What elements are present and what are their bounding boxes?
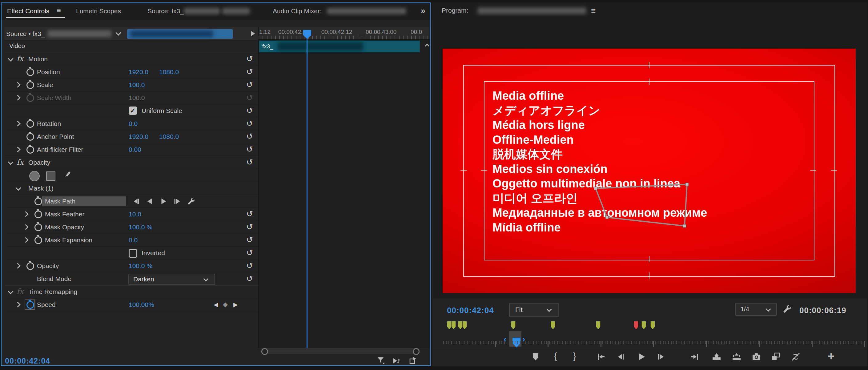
track-mask-backward-icon[interactable]	[146, 197, 154, 206]
reset-parameter-icon[interactable]: ↺	[246, 261, 253, 270]
reset-parameter-icon[interactable]: ↺	[246, 68, 253, 76]
ec-timeline-toggle-icon[interactable]	[251, 31, 255, 36]
ec-timecode[interactable]: 00:00:42:04	[5, 357, 50, 365]
sequence-marker-green[interactable]	[462, 321, 467, 330]
export-frame-button[interactable]	[752, 352, 761, 361]
twirl-right-icon[interactable]	[23, 211, 28, 217]
stopwatch-icon[interactable]	[34, 223, 42, 231]
lift-button[interactable]	[712, 352, 721, 361]
param-value[interactable]: 0.0	[129, 237, 137, 244]
twirl-down-icon[interactable]	[8, 159, 13, 165]
sequence-marker-green[interactable]	[650, 321, 655, 330]
sequence-marker-green[interactable]	[510, 321, 516, 330]
param-value[interactable]: 1920.0	[129, 133, 148, 141]
twirl-right-icon[interactable]	[15, 95, 20, 100]
ec-section-video[interactable]: Video	[9, 42, 25, 50]
tab-program[interactable]: Program:	[442, 7, 468, 14]
param-value[interactable]: 100.0	[129, 94, 145, 101]
button-editor-button[interactable]: +	[828, 350, 834, 363]
zoom-level-select[interactable]: Fit	[509, 303, 559, 317]
param-value[interactable]: 100.0 %	[129, 262, 152, 270]
reset-parameter-icon[interactable]: ↺	[246, 223, 253, 231]
program-panel-menu-icon[interactable]: ≡	[591, 6, 596, 16]
twirl-right-icon[interactable]	[23, 224, 28, 229]
twirl-right-icon[interactable]	[15, 263, 20, 269]
reset-parameter-icon[interactable]: ↺	[246, 145, 253, 153]
panel-menu-icon[interactable]: ≡	[57, 6, 61, 15]
next-keyframe-icon[interactable]: ▶	[233, 301, 238, 308]
panel-overflow-icon[interactable]: »	[421, 6, 425, 16]
twirl-down-icon[interactable]	[8, 288, 13, 294]
mask-tracking-settings-icon[interactable]	[187, 197, 195, 206]
multi-camera-button[interactable]	[791, 352, 800, 361]
program-timecode[interactable]: 00:00:42:04	[447, 306, 494, 315]
stopwatch-icon[interactable]	[27, 133, 34, 141]
sequence-marker-green[interactable]	[596, 321, 601, 330]
track-mask-back-frame-icon[interactable]	[132, 197, 141, 206]
add-marker-button[interactable]	[531, 352, 540, 361]
param-value[interactable]: 100.0 %	[129, 223, 152, 231]
twirl-right-icon[interactable]	[15, 121, 20, 126]
stopwatch-icon[interactable]	[34, 211, 42, 218]
track-mask-forward-frame-icon[interactable]	[173, 197, 181, 206]
settings-wrench-icon[interactable]	[782, 304, 792, 314]
twirl-right-icon[interactable]	[15, 302, 20, 307]
mark-in-button[interactable]: {	[554, 351, 557, 361]
param-value[interactable]: 100.00%	[129, 301, 154, 308]
stopwatch-icon[interactable]	[34, 197, 42, 205]
checkbox-checked[interactable]: ✓	[129, 106, 137, 115]
sequence-marker-red[interactable]	[633, 321, 639, 330]
stopwatch-icon[interactable]	[27, 146, 34, 154]
blend-mode-select[interactable]: Darken	[128, 274, 215, 285]
reset-parameter-icon[interactable]: ↺	[246, 94, 253, 101]
tab-effect-controls[interactable]: Effect Controls	[7, 7, 49, 15]
stopwatch-icon[interactable]	[27, 94, 34, 102]
mark-out-button[interactable]: }	[573, 351, 576, 361]
stopwatch-icon[interactable]	[34, 237, 42, 244]
ec-zoom-scrollbar[interactable]	[260, 348, 420, 354]
reset-parameter-icon[interactable]: ↺	[246, 158, 253, 166]
sequence-marker-green[interactable]	[451, 321, 456, 330]
ellipse-mask-tool-icon[interactable]	[29, 171, 40, 181]
reset-parameter-icon[interactable]: ↺	[246, 275, 253, 283]
ec-ruler-bg[interactable]: 1:1200:00:42:0000:00:42:1200:00:43:0000:…	[258, 27, 431, 40]
twirl-right-icon[interactable]	[15, 82, 20, 87]
ec-clip-bar[interactable]: fx3_	[259, 41, 420, 52]
step-back-button[interactable]	[616, 352, 625, 361]
reset-parameter-icon[interactable]: ↺	[246, 132, 253, 141]
playback-resolution-select[interactable]: 1/4	[735, 303, 777, 316]
ec-vertical-divider[interactable]	[258, 27, 258, 348]
param-value[interactable]: 1080.0	[159, 68, 179, 76]
ec-playhead-icon[interactable]	[303, 30, 311, 39]
ec-playhead-line[interactable]	[307, 39, 308, 348]
filter-properties-icon[interactable]	[377, 357, 385, 365]
add-keyframe-icon[interactable]: ◆	[223, 301, 228, 308]
reset-parameter-icon[interactable]: ↺	[246, 236, 253, 244]
param-value[interactable]: 100.0	[129, 81, 145, 89]
stopwatch-icon[interactable]	[27, 81, 34, 89]
step-forward-button[interactable]	[656, 352, 665, 361]
tab-lumetri-scopes[interactable]: Lumetri Scopes	[76, 7, 121, 15]
stopwatch-icon[interactable]	[27, 262, 34, 270]
reset-parameter-icon[interactable]: ↺	[246, 55, 253, 63]
rectangle-mask-tool-icon[interactable]	[46, 172, 55, 181]
go-to-out-button[interactable]	[690, 352, 699, 361]
tab-audio-clip-mixer[interactable]: Audio Clip Mixer:	[273, 7, 322, 15]
sequence-marker-green[interactable]	[550, 321, 556, 330]
ec-selected-clip[interactable]	[127, 29, 233, 39]
param-value[interactable]: 1080.0	[159, 133, 179, 141]
twirl-right-icon[interactable]	[15, 147, 20, 152]
ec-scroll-handle-right[interactable]	[413, 348, 420, 355]
reset-parameter-icon[interactable]: ↺	[246, 81, 253, 89]
play-audio-icon[interactable]: ♪	[392, 357, 401, 365]
extract-button[interactable]	[732, 352, 741, 361]
twirl-down-icon[interactable]	[8, 56, 13, 61]
checkbox-unchecked[interactable]	[129, 249, 137, 258]
stopwatch-icon[interactable]	[27, 120, 34, 128]
reset-parameter-icon[interactable]: ↺	[246, 210, 253, 218]
stopwatch-icon[interactable]	[27, 68, 34, 76]
mask-path-overlay[interactable]	[443, 49, 856, 293]
comparison-view-button[interactable]	[771, 352, 780, 361]
track-mask-forward-icon[interactable]	[159, 197, 168, 206]
previous-keyframe-icon[interactable]: ◀	[214, 301, 218, 308]
